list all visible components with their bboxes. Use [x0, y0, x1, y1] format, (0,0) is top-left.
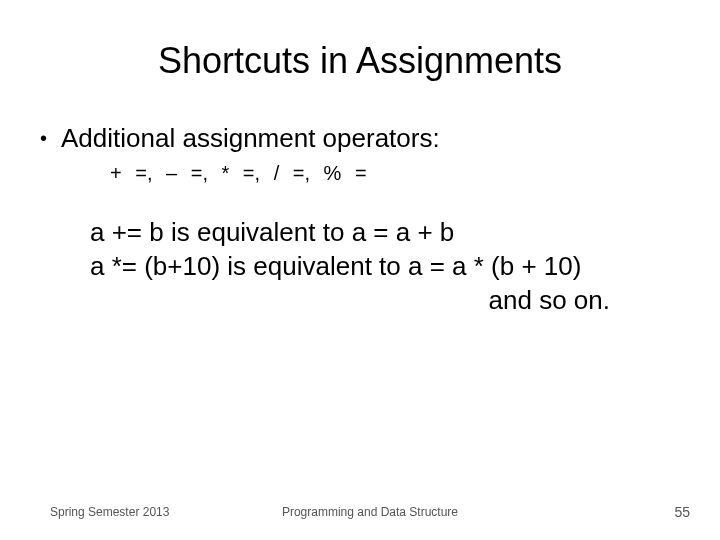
- slide-footer: Spring Semester 2013 Programming and Dat…: [0, 504, 720, 520]
- slide: Shortcuts in Assignments • Additional as…: [0, 0, 720, 540]
- bullet-marker: •: [40, 122, 47, 154]
- bullet-text: Additional assignment operators:: [61, 122, 440, 154]
- bullet-item: • Additional assignment operators:: [50, 122, 670, 154]
- operators-list: + =, – =, * =, / =, % =: [110, 162, 670, 185]
- body-line-3: and so on.: [90, 283, 670, 317]
- body-line-2: a *= (b+10) is equivalent to a = a * (b …: [90, 249, 670, 283]
- slide-title: Shortcuts in Assignments: [50, 40, 670, 82]
- footer-left: Spring Semester 2013: [50, 505, 263, 519]
- body-block: a += b is equivalent to a = a + b a *= (…: [90, 215, 670, 317]
- footer-right: 55: [477, 504, 690, 520]
- body-line-1: a += b is equivalent to a = a + b: [90, 215, 670, 249]
- footer-center: Programming and Data Structure: [263, 505, 476, 519]
